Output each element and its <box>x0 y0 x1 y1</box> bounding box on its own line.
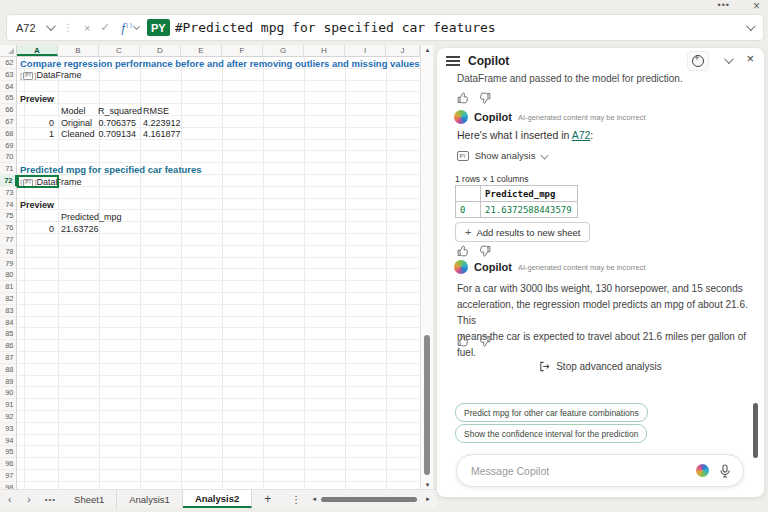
row-header-65[interactable]: 65 <box>0 92 17 104</box>
cancel-icon[interactable]: × <box>84 22 90 34</box>
row-header-98[interactable]: 98 <box>0 482 17 489</box>
next-sheet-icon[interactable]: › <box>19 494 38 505</box>
window-close-icon[interactable]: × <box>753 0 760 13</box>
thumbs-down-icon[interactable] <box>479 335 491 347</box>
name-box[interactable]: A72 <box>7 15 59 40</box>
row-header-91[interactable]: 91 <box>0 399 17 411</box>
formula-input[interactable]: #Predicted mpg for specified car feature… <box>175 20 746 35</box>
scroll-right-icon[interactable]: ► <box>425 496 431 502</box>
row-header-96[interactable]: 96 <box>0 458 17 470</box>
grid[interactable]: Compare regression performance before an… <box>0 57 420 489</box>
insert-function-icon[interactable]: ƒ{ } <box>120 21 132 35</box>
scroll-down-icon[interactable]: ▼ <box>421 482 434 488</box>
show-analysis-toggle[interactable]: PY Show analysis <box>457 150 548 161</box>
microphone-icon[interactable] <box>719 464 731 478</box>
message-input[interactable]: Message Copilot <box>456 454 744 487</box>
row-header-93[interactable]: 93 <box>0 423 17 435</box>
cell-B75[interactable]: Predicted_mpg <box>61 212 122 223</box>
row-header-88[interactable]: 88 <box>0 364 17 376</box>
row-header-81[interactable]: 81 <box>0 281 17 293</box>
cell-B66[interactable]: Model <box>61 106 86 117</box>
column-header-B[interactable]: B <box>58 45 99 56</box>
all-sheets-icon[interactable]: ••• <box>39 495 62 504</box>
row-header-76[interactable]: 76 <box>0 222 17 234</box>
vertical-scrollbar[interactable]: ▲ ▼ <box>420 45 433 489</box>
scroll-left-icon[interactable]: ◄ <box>311 496 317 502</box>
row-header-82[interactable]: 82 <box>0 293 17 305</box>
enter-icon[interactable]: ✓ <box>100 21 109 34</box>
sheet-options-icon[interactable]: ⋮ <box>283 494 309 505</box>
add-sheet-button[interactable]: + <box>252 492 283 506</box>
row-header-97[interactable]: 97 <box>0 470 17 482</box>
close-panel-icon[interactable]: × <box>746 51 754 66</box>
new-chat-icon[interactable] <box>687 51 709 71</box>
cell-A76[interactable]: 0 <box>16 224 54 235</box>
prev-sheet-icon[interactable]: ‹ <box>0 494 19 505</box>
row-header-67[interactable]: 67 <box>0 116 17 128</box>
add-results-button[interactable]: + Add results to new sheet <box>455 222 590 242</box>
row-header-85[interactable]: 85 <box>0 328 17 340</box>
column-header-G[interactable]: G <box>263 45 304 56</box>
row-header-62[interactable]: 62 <box>0 57 17 69</box>
row-header-77[interactable]: 77 <box>0 234 17 246</box>
menu-icon[interactable] <box>446 56 460 66</box>
cell-A67[interactable]: 0 <box>16 118 54 129</box>
column-header-C[interactable]: C <box>99 45 140 56</box>
row-header-80[interactable]: 80 <box>0 269 17 281</box>
row-header-83[interactable]: 83 <box>0 305 17 317</box>
row-header-94[interactable]: 94 <box>0 435 17 447</box>
row-header-72[interactable]: 72 <box>0 175 17 187</box>
row-header-95[interactable]: 95 <box>0 446 17 458</box>
column-header-F[interactable]: F <box>222 45 263 56</box>
row-header-92[interactable]: 92 <box>0 411 17 423</box>
cell-A63[interactable]: [PY]DataFrame <box>20 70 82 82</box>
cell-B76[interactable]: 21.63726 <box>61 224 99 235</box>
expand-formula-bar-icon[interactable] <box>746 21 756 31</box>
cell-B68[interactable]: Cleaned <box>61 129 95 140</box>
cell-C68[interactable]: 0.709134 <box>98 129 136 140</box>
cell-A74[interactable]: Preview <box>20 200 54 211</box>
column-header-E[interactable]: E <box>181 45 222 56</box>
thumbs-up-icon[interactable] <box>457 245 469 257</box>
copilot-send-icon[interactable] <box>696 464 709 477</box>
suggestion-chip[interactable]: Show the confidence interval for the pre… <box>455 424 647 443</box>
row-header-75[interactable]: 75 <box>0 210 17 222</box>
column-header-D[interactable]: D <box>140 45 181 56</box>
suggestion-chip[interactable]: Predict mpg for other car feature combin… <box>455 403 648 422</box>
row-header-87[interactable]: 87 <box>0 352 17 364</box>
row-header-69[interactable]: 69 <box>0 140 17 152</box>
row-header-70[interactable]: 70 <box>0 151 17 163</box>
row-header-68[interactable]: 68 <box>0 128 17 140</box>
cell-A68[interactable]: 1 <box>16 129 54 140</box>
cell-A72[interactable]: [PY]DataFrame <box>20 177 82 189</box>
cell-C66[interactable]: R_squared <box>98 106 136 117</box>
row-header-86[interactable]: 86 <box>0 340 17 352</box>
column-header-I[interactable]: I <box>345 45 386 56</box>
column-header-H[interactable]: H <box>304 45 345 56</box>
row-header-71[interactable]: 71 <box>0 163 17 175</box>
cell-A62[interactable]: Compare regression performance before an… <box>20 59 420 70</box>
row-header-66[interactable]: 66 <box>0 104 17 116</box>
sheet-tab-analysis2[interactable]: Analysis2 <box>183 490 252 508</box>
chevron-down-icon[interactable] <box>133 23 140 30</box>
column-header-A[interactable]: A <box>17 45 58 56</box>
row-header-73[interactable]: 73 <box>0 187 17 199</box>
row-header-90[interactable]: 90 <box>0 387 17 399</box>
horizontal-scrollbar-thumb[interactable] <box>321 497 417 502</box>
window-more-icon[interactable]: ••• <box>718 0 730 10</box>
row-header-63[interactable]: 63 <box>0 69 17 81</box>
cell-D67[interactable]: 4.223912 <box>143 118 181 129</box>
thumbs-down-icon[interactable] <box>479 245 491 257</box>
cell-A65[interactable]: Preview <box>20 94 54 105</box>
row-header-89[interactable]: 89 <box>0 376 17 388</box>
row-header-78[interactable]: 78 <box>0 246 17 258</box>
cell-C67[interactable]: 0.706375 <box>98 118 136 129</box>
thumbs-up-icon[interactable] <box>457 335 469 347</box>
cell-link[interactable]: A72 <box>572 129 591 141</box>
stop-analysis-button[interactable]: Stop advanced analysis <box>437 361 764 372</box>
panel-scrollbar-thumb[interactable] <box>753 403 758 458</box>
thumbs-up-icon[interactable] <box>457 92 469 104</box>
select-all-corner[interactable] <box>0 45 17 56</box>
vertical-scrollbar-thumb[interactable] <box>424 335 430 475</box>
row-header-79[interactable]: 79 <box>0 258 17 270</box>
